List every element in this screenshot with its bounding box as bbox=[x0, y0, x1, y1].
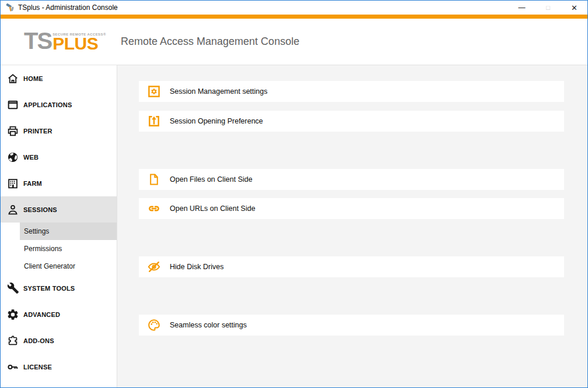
sidebar-item-label: WEB bbox=[23, 154, 38, 161]
printer-icon bbox=[5, 124, 20, 138]
sidebar-item-farm[interactable]: FARM bbox=[1, 170, 117, 196]
content-area: Session Management settings Session Open… bbox=[117, 65, 587, 387]
sidebar-item-label: ADVANCED bbox=[23, 311, 60, 318]
page-title: Remote Access Management Console bbox=[121, 19, 299, 65]
app-icon bbox=[5, 3, 15, 12]
seamless-color-settings-icon bbox=[147, 318, 161, 332]
system-tools-icon bbox=[5, 281, 20, 295]
card-open-urls-client-side[interactable]: Open URLs on Client Side bbox=[139, 198, 564, 219]
accent-bar bbox=[1, 15, 587, 19]
sidebar-item-web[interactable]: WEB bbox=[1, 144, 117, 170]
web-icon bbox=[5, 150, 20, 164]
sidebar-item-label: HOME bbox=[23, 75, 43, 82]
card-seamless-color-settings[interactable]: Seamless color settings bbox=[139, 315, 564, 336]
sidebar-item-label: ADD-ONS bbox=[23, 337, 54, 344]
sidebar-item-label: PRINTER bbox=[23, 128, 52, 135]
card-session-management-settings[interactable]: Session Management settings bbox=[139, 81, 564, 102]
card-session-opening-preference[interactable]: Session Opening Preference bbox=[139, 111, 564, 132]
subitem-label: Settings bbox=[24, 227, 49, 235]
advanced-icon bbox=[5, 308, 20, 322]
session-opening-preference-icon bbox=[147, 114, 161, 128]
card-open-files-client-side[interactable]: Open Files on Client Side bbox=[139, 169, 564, 190]
card-label: Seamless color settings bbox=[170, 321, 247, 329]
home-icon bbox=[5, 72, 20, 86]
farm-icon bbox=[5, 177, 20, 191]
license-icon bbox=[5, 360, 20, 374]
sidebar-item-applications[interactable]: APPLICATIONS bbox=[1, 91, 117, 118]
hide-disk-drives-icon bbox=[147, 260, 161, 274]
title-bar: TSplus - Administration Console — □ ✕ bbox=[1, 1, 587, 15]
sidebar-item-label: SESSIONS bbox=[23, 206, 57, 213]
sidebar-item-advanced[interactable]: ADVANCED bbox=[1, 301, 117, 327]
minimize-button[interactable]: — bbox=[509, 1, 535, 15]
applications-icon bbox=[5, 98, 20, 112]
card-label: Session Opening Preference bbox=[170, 117, 263, 125]
sidebar-subitem-permissions[interactable]: Permissions bbox=[1, 240, 117, 258]
sessions-icon bbox=[5, 203, 20, 217]
tsplus-logo: TS SECURE REMOTE ACCESS® PLUS bbox=[24, 32, 106, 50]
open-files-icon bbox=[147, 172, 161, 186]
window-title: TSplus - Administration Console bbox=[18, 3, 509, 12]
card-label: Open Files on Client Side bbox=[170, 175, 253, 184]
maximize-button[interactable]: □ bbox=[535, 1, 561, 15]
add-ons-icon bbox=[5, 334, 20, 348]
sidebar-subitem-client-generator[interactable]: Client Generator bbox=[1, 258, 117, 275]
card-hide-disk-drives[interactable]: Hide Disk Drives bbox=[139, 256, 564, 277]
sidebar-item-label: FARM bbox=[23, 180, 42, 187]
close-button[interactable]: ✕ bbox=[561, 1, 587, 15]
sidebar: HOME APPLICATIONS PRINTER bbox=[1, 65, 117, 387]
sidebar-item-license[interactable]: LICENSE bbox=[1, 354, 117, 380]
logo-ts-text: TS bbox=[24, 32, 51, 50]
logo-plus-text: PLUS bbox=[52, 37, 106, 50]
sidebar-subitem-settings[interactable]: Settings bbox=[1, 223, 117, 240]
open-urls-icon bbox=[147, 202, 161, 216]
sidebar-item-label: LICENSE bbox=[23, 364, 52, 371]
sidebar-item-printer[interactable]: PRINTER bbox=[1, 118, 117, 144]
subitem-label: Permissions bbox=[24, 245, 62, 253]
app-window: TSplus - Administration Console — □ ✕ TS… bbox=[0, 0, 588, 388]
sidebar-item-label: SYSTEM TOOLS bbox=[23, 285, 75, 292]
subitem-label: Client Generator bbox=[24, 262, 75, 270]
card-label: Hide Disk Drives bbox=[170, 263, 223, 271]
card-label: Session Management settings bbox=[170, 87, 267, 96]
sidebar-item-sessions[interactable]: SESSIONS bbox=[1, 196, 117, 223]
sidebar-item-add-ons[interactable]: ADD-ONS bbox=[1, 327, 117, 354]
card-label: Open URLs on Client Side bbox=[170, 204, 256, 213]
sidebar-item-label: APPLICATIONS bbox=[23, 101, 72, 108]
sidebar-item-system-tools[interactable]: SYSTEM TOOLS bbox=[1, 275, 117, 301]
header: TS SECURE REMOTE ACCESS® PLUS Remote Acc… bbox=[1, 19, 587, 65]
sidebar-item-home[interactable]: HOME bbox=[1, 65, 117, 91]
session-management-settings-icon bbox=[147, 84, 161, 98]
